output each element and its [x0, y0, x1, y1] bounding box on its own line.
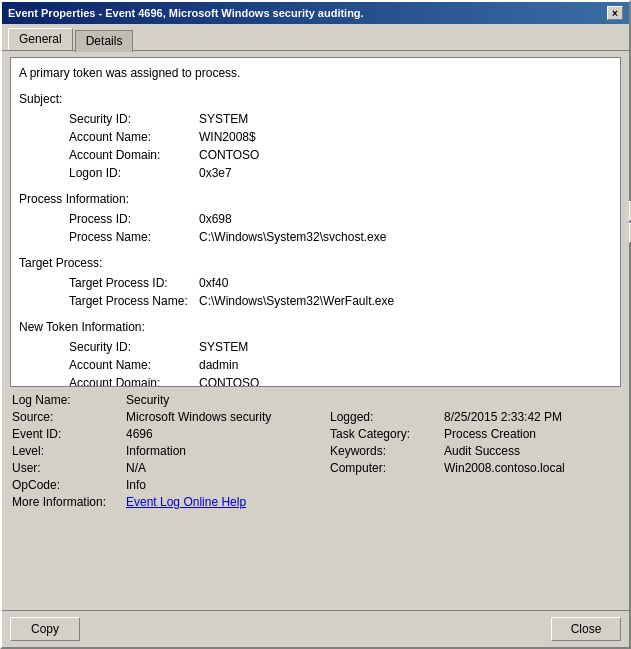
more-info-label: More Information: — [12, 495, 122, 509]
logged-value: 8/25/2015 2:33:42 PM — [444, 410, 619, 424]
field-target-process-id: Target Process ID: 0xf40 — [69, 274, 612, 292]
field-token-account-name: Account Name: dadmin — [69, 356, 612, 374]
content-area: A primary token was assigned to process.… — [2, 50, 629, 610]
log-name-value: Security — [126, 393, 326, 407]
field-security-id: Security ID: SYSTEM — [69, 110, 612, 128]
section-token-header: New Token Information: — [19, 318, 612, 336]
opcode-label: OpCode: — [12, 478, 122, 492]
event-properties-window: Event Properties - Event 4696, Microsoft… — [0, 0, 631, 649]
level-label: Level: — [12, 444, 122, 458]
empty-2 — [444, 393, 619, 407]
level-value: Information — [126, 444, 326, 458]
field-account-domain: Account Domain: CONTOSO — [69, 146, 612, 164]
user-value: N/A — [126, 461, 326, 475]
computer-value: Win2008.contoso.local — [444, 461, 619, 475]
info-grid: Log Name: Security Source: Microsoft Win… — [12, 393, 619, 509]
section-target-header: Target Process: — [19, 254, 612, 272]
empty-4 — [444, 478, 619, 492]
event-log-online-help-link[interactable]: Event Log Online Help — [126, 495, 326, 509]
event-id-value: 4696 — [126, 427, 326, 441]
task-category-value: Process Creation — [444, 427, 619, 441]
close-button[interactable]: Close — [551, 617, 621, 641]
source-label: Source: — [12, 410, 122, 424]
user-label: User: — [12, 461, 122, 475]
copy-button[interactable]: Copy — [10, 617, 80, 641]
field-process-id: Process ID: 0x698 — [69, 210, 612, 228]
tab-details[interactable]: Details — [75, 30, 134, 52]
task-category-label: Task Category: — [330, 427, 440, 441]
window-title: Event Properties - Event 4696, Microsoft… — [8, 7, 364, 19]
field-account-name: Account Name: WIN2008$ — [69, 128, 612, 146]
title-bar: Event Properties - Event 4696, Microsoft… — [2, 2, 629, 24]
field-token-account-domain: Account Domain: CONTOSO — [69, 374, 612, 387]
field-token-security-id: Security ID: SYSTEM — [69, 338, 612, 356]
section-subject-header: Subject: — [19, 90, 612, 108]
event-description-box[interactable]: A primary token was assigned to process.… — [10, 57, 621, 387]
opcode-value: Info — [126, 478, 326, 492]
description-wrapper: A primary token was assigned to process.… — [10, 57, 621, 387]
event-intro-text: A primary token was assigned to process. — [19, 64, 612, 82]
computer-label: Computer: — [330, 461, 440, 475]
empty-3 — [330, 478, 440, 492]
source-value: Microsoft Windows security — [126, 410, 326, 424]
field-logon-id: Logon ID: 0x3e7 — [69, 164, 612, 182]
event-description-content: A primary token was assigned to process.… — [19, 64, 612, 387]
empty-1 — [330, 393, 440, 407]
field-target-process-name: Target Process Name: C:\Windows\System32… — [69, 292, 612, 310]
field-process-name: Process Name: C:\Windows\System32\svchos… — [69, 228, 612, 246]
tab-bar: General Details — [2, 24, 629, 50]
section-process-header: Process Information: — [19, 190, 612, 208]
info-section: Log Name: Security Source: Microsoft Win… — [10, 393, 621, 509]
tab-general[interactable]: General — [8, 28, 73, 50]
event-id-label: Event ID: — [12, 427, 122, 441]
keywords-label: Keywords: — [330, 444, 440, 458]
log-name-label: Log Name: — [12, 393, 122, 407]
logged-label: Logged: — [330, 410, 440, 424]
keywords-value: Audit Success — [444, 444, 619, 458]
bottom-bar: Copy Close — [2, 610, 629, 647]
window-close-button[interactable]: × — [607, 6, 623, 20]
